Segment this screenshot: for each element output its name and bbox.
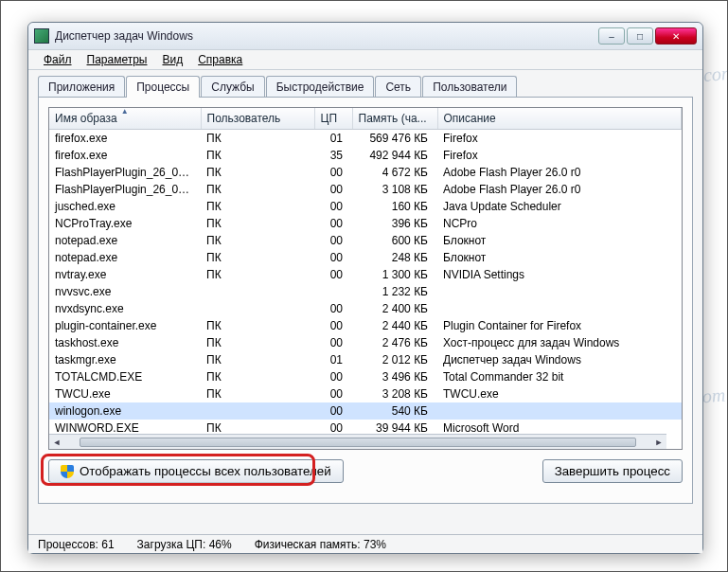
table-row[interactable]: TOTALCMD.EXEПК003 496 КБTotal Commander … bbox=[49, 368, 682, 385]
scroll-thumb[interactable] bbox=[80, 438, 636, 447]
table-row[interactable]: firefox.exeПК35492 944 КБFirefox bbox=[49, 147, 682, 164]
cell-mem: 2 476 КБ bbox=[352, 334, 437, 351]
cell-desc: NCPro bbox=[437, 215, 682, 232]
table-row[interactable]: nvxdsync.exe002 400 КБ bbox=[49, 300, 682, 317]
cell-image: FlashPlayerPlugin_26_0_0_1... bbox=[49, 164, 201, 181]
menu-file[interactable]: Файл bbox=[38, 51, 78, 68]
table-row[interactable]: jusched.exeПК00160 КБJava Update Schedul… bbox=[49, 198, 682, 215]
cell-desc: Диспетчер задач Windows bbox=[437, 351, 682, 368]
cell-desc: Хост-процесс для задач Windows bbox=[437, 334, 682, 351]
cell-desc: Total Commander 32 bit bbox=[437, 368, 682, 385]
client-area: Приложения Процессы Службы Быстродействи… bbox=[28, 70, 702, 534]
cell-cpu: 00 bbox=[314, 402, 352, 420]
table-row[interactable]: TWCU.exeПК003 208 КБTWCU.exe bbox=[49, 385, 682, 402]
col-memory[interactable]: Память (ча... bbox=[352, 108, 437, 130]
cell-desc: TWCU.exe bbox=[437, 385, 682, 402]
tab-applications[interactable]: Приложения bbox=[38, 76, 125, 98]
cell-user: ПК bbox=[201, 385, 314, 402]
window-title: Диспетчер задач Windows bbox=[55, 29, 598, 43]
cell-image: nvtray.exe bbox=[49, 266, 201, 283]
cell-cpu: 00 bbox=[314, 266, 352, 283]
cell-image: taskmgr.exe bbox=[49, 351, 201, 368]
tab-network[interactable]: Сеть bbox=[375, 76, 421, 98]
cell-image: TOTALCMD.EXE bbox=[49, 368, 201, 385]
cell-image: nvvsvc.exe bbox=[49, 283, 201, 300]
close-button[interactable]: ✕ bbox=[655, 27, 697, 45]
maximize-button[interactable]: □ bbox=[627, 27, 653, 45]
table-row[interactable]: taskhost.exeПК002 476 КБХост-процесс для… bbox=[49, 334, 682, 351]
cell-image: NCProTray.exe bbox=[49, 215, 201, 232]
cell-desc: Plugin Container for Firefox bbox=[437, 317, 682, 334]
cell-desc: Adobe Flash Player 26.0 r0 bbox=[437, 164, 682, 181]
horizontal-scrollbar[interactable]: ◄ ► bbox=[49, 434, 666, 449]
cell-image: jusched.exe bbox=[49, 198, 201, 215]
tab-processes[interactable]: Процессы bbox=[126, 76, 200, 98]
cell-user: ПК bbox=[201, 368, 314, 385]
cell-desc: Блокнот bbox=[437, 249, 682, 266]
cell-image: notepad.exe bbox=[49, 232, 201, 249]
cell-image: firefox.exe bbox=[49, 147, 201, 164]
cell-user: ПК bbox=[201, 317, 314, 334]
cell-mem: 569 476 КБ bbox=[352, 130, 437, 148]
menu-help[interactable]: Справка bbox=[192, 51, 248, 68]
cell-desc: Firefox bbox=[437, 147, 682, 164]
cell-user: ПК bbox=[201, 147, 314, 164]
col-user[interactable]: Пользователь bbox=[201, 108, 314, 130]
sort-asc-icon: ▲ bbox=[121, 107, 129, 116]
col-cpu[interactable]: ЦП bbox=[314, 108, 352, 130]
tab-services[interactable]: Службы bbox=[201, 76, 264, 98]
process-list[interactable]: Имя образа▲ Пользователь ЦП Память (ча..… bbox=[48, 107, 683, 450]
cell-desc bbox=[437, 402, 682, 420]
col-image-name[interactable]: Имя образа▲ bbox=[49, 108, 201, 130]
cell-user: ПК bbox=[201, 232, 314, 249]
cell-desc bbox=[437, 283, 682, 300]
scroll-left-icon[interactable]: ◄ bbox=[49, 435, 64, 450]
table-row[interactable]: nvtray.exeПК001 300 КБNVIDIA Settings bbox=[49, 266, 682, 283]
show-all-users-button[interactable]: Отображать процессы всех пользователей bbox=[48, 459, 344, 483]
table-row[interactable]: plugin-container.exeПК002 440 КБPlugin C… bbox=[49, 317, 682, 334]
cell-cpu: 00 bbox=[314, 385, 352, 402]
cell-image: nvxdsync.exe bbox=[49, 300, 201, 317]
cell-cpu: 01 bbox=[314, 130, 352, 148]
table-row[interactable]: firefox.exeПК01569 476 КБFirefox bbox=[49, 130, 682, 148]
cell-mem: 3 208 КБ bbox=[352, 385, 437, 402]
table-row[interactable]: nvvsvc.exe1 232 КБ bbox=[49, 283, 682, 300]
cell-image: notepad.exe bbox=[49, 249, 201, 266]
table-row[interactable]: NCProTray.exeПК00396 КБNCPro bbox=[49, 215, 682, 232]
cell-user: ПК bbox=[201, 164, 314, 181]
cell-user bbox=[201, 402, 314, 420]
cell-cpu: 00 bbox=[314, 181, 352, 198]
table-row[interactable]: winlogon.exe00540 КБ bbox=[49, 402, 682, 420]
cell-cpu: 00 bbox=[314, 249, 352, 266]
table-row[interactable]: taskmgr.exeПК012 012 КБДиспетчер задач W… bbox=[49, 351, 682, 368]
cell-desc bbox=[437, 300, 682, 317]
minimize-button[interactable]: – bbox=[598, 27, 625, 45]
cell-mem: 2 400 КБ bbox=[352, 300, 437, 317]
task-manager-window: Диспетчер задач Windows – □ ✕ Файл Парам… bbox=[27, 22, 703, 554]
cell-user: ПК bbox=[201, 334, 314, 351]
cell-desc: NVIDIA Settings bbox=[437, 266, 682, 283]
status-memory: Физическая память: 73% bbox=[255, 538, 386, 551]
show-all-users-label: Отображать процессы всех пользователей bbox=[80, 464, 331, 478]
tab-performance[interactable]: Быстродействие bbox=[266, 76, 375, 98]
end-process-button[interactable]: Завершить процесс bbox=[542, 459, 683, 483]
table-row[interactable]: notepad.exeПК00600 КББлокнот bbox=[49, 232, 682, 249]
cell-mem: 1 232 КБ bbox=[352, 283, 437, 300]
table-row[interactable]: FlashPlayerPlugin_26_0_0_1...ПК003 108 К… bbox=[49, 181, 682, 198]
cell-cpu: 00 bbox=[314, 317, 352, 334]
cell-image: plugin-container.exe bbox=[49, 317, 201, 334]
cell-desc: Java Update Scheduler bbox=[437, 198, 682, 215]
table-row[interactable]: FlashPlayerPlugin_26_0_0_1...ПК004 672 К… bbox=[49, 164, 682, 181]
cell-cpu: 00 bbox=[314, 368, 352, 385]
title-bar[interactable]: Диспетчер задач Windows – □ ✕ bbox=[28, 23, 702, 49]
scroll-right-icon[interactable]: ► bbox=[651, 435, 666, 450]
cell-mem: 600 КБ bbox=[352, 232, 437, 249]
col-description[interactable]: Описание bbox=[437, 108, 682, 130]
cell-cpu: 00 bbox=[314, 198, 352, 215]
tab-users[interactable]: Пользователи bbox=[422, 76, 517, 98]
menu-view[interactable]: Вид bbox=[156, 51, 188, 68]
table-row[interactable]: notepad.exeПК00248 КББлокнот bbox=[49, 249, 682, 266]
menu-options[interactable]: Параметры bbox=[81, 51, 153, 68]
cell-mem: 492 944 КБ bbox=[352, 147, 437, 164]
cell-user: ПК bbox=[201, 181, 314, 198]
